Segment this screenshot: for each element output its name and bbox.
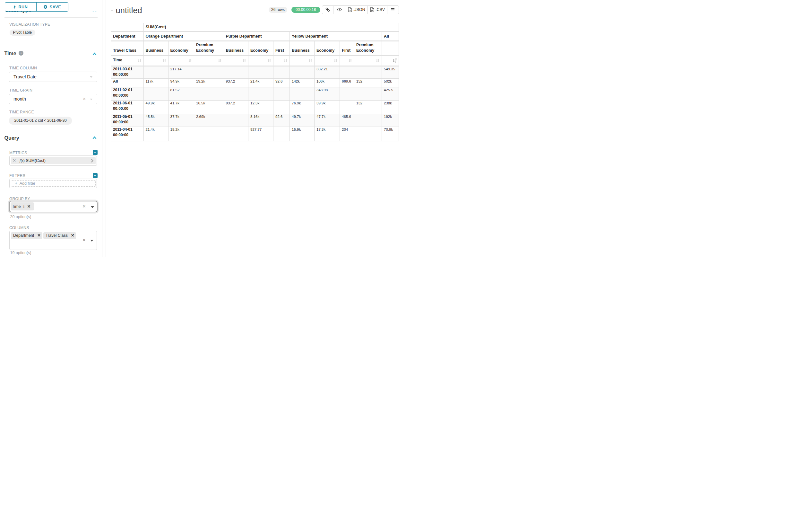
svg-text:i: i — [21, 51, 22, 55]
